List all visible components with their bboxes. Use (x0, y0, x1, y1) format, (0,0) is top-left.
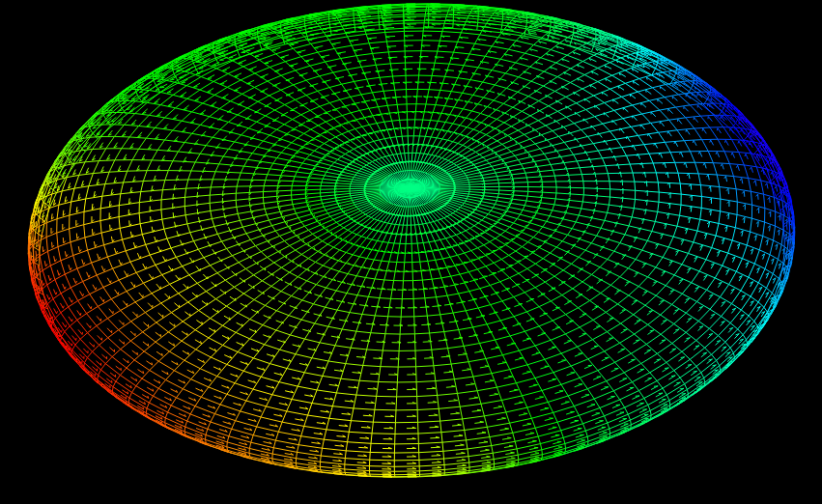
visualization-viewport (0, 0, 822, 504)
wireframe-disc-canvas (0, 0, 822, 504)
